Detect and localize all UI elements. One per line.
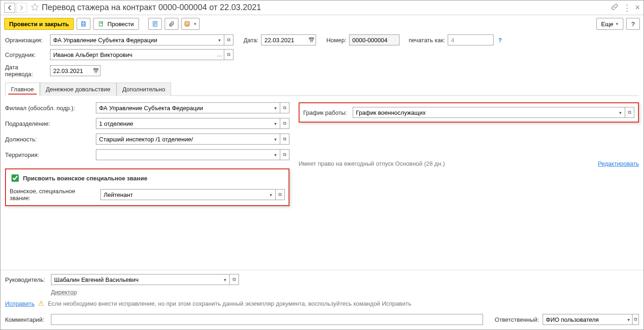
dept-label: Подразделение: [5, 120, 92, 127]
transfer-date-label: Дата перевода: [5, 64, 47, 78]
document-button[interactable] [148, 18, 162, 30]
employee-input[interactable] [50, 49, 215, 60]
date-input[interactable] [261, 34, 307, 45]
schedule-open-icon[interactable] [625, 107, 634, 118]
tab-main[interactable]: Главное [5, 83, 40, 96]
tab-bar: Главное Денежное довольствие Дополнитель… [5, 82, 639, 96]
territory-input[interactable] [96, 149, 271, 160]
rank-dropdown-icon[interactable] [266, 189, 276, 200]
branch-open-icon[interactable] [280, 102, 289, 113]
transfer-date-calendar-icon[interactable] [91, 65, 100, 76]
more-button[interactable]: Еще ▾ [596, 18, 623, 30]
print-dropdown-button[interactable]: ▾ [181, 18, 200, 30]
dept-input[interactable] [96, 118, 271, 129]
manager-dropdown-icon[interactable] [221, 274, 230, 285]
dept-open-icon[interactable] [280, 118, 289, 129]
link-icon[interactable] [611, 3, 618, 12]
number-input [349, 34, 400, 45]
favorite-star-icon[interactable] [31, 3, 39, 12]
transfer-date-input[interactable] [50, 65, 91, 76]
position-dropdown-icon[interactable] [271, 134, 280, 145]
territory-dropdown-icon[interactable] [271, 149, 280, 160]
comment-input[interactable] [51, 314, 483, 325]
date-calendar-icon[interactable] [307, 34, 316, 45]
print-as-input[interactable] [448, 34, 494, 45]
org-dropdown-icon[interactable] [215, 34, 224, 45]
schedule-label: График работы: [303, 109, 349, 116]
post-and-close-button[interactable]: Провести и закрыть [4, 18, 74, 30]
rank-open-icon[interactable] [276, 189, 285, 200]
save-button[interactable] [77, 18, 90, 30]
org-open-icon[interactable] [224, 34, 233, 45]
employee-open-icon[interactable] [224, 49, 233, 60]
assign-rank-label: Присвоить воинское специальное звание [23, 175, 147, 182]
responsible-input[interactable] [543, 314, 626, 325]
warning-icon: ⚠ [38, 299, 44, 308]
tab-allowance[interactable]: Денежное довольствие [40, 83, 117, 96]
schedule-input[interactable] [353, 107, 616, 118]
org-input[interactable] [50, 34, 215, 45]
print-as-label: печатать как: [409, 37, 445, 44]
tab-additional[interactable]: Дополнительно [117, 83, 172, 96]
responsible-open-icon[interactable] [633, 314, 639, 325]
attach-button[interactable] [165, 18, 178, 30]
branch-input[interactable] [96, 102, 271, 113]
schedule-dropdown-icon[interactable] [616, 107, 625, 118]
vacation-text: Имеет право на ежегодный отпуск Основной… [299, 160, 445, 167]
help-button[interactable]: ? [626, 18, 640, 30]
rank-label: Воинское, специальное звание: [10, 188, 97, 201]
nav-forward-button[interactable] [16, 3, 27, 13]
kebab-menu-icon[interactable]: ⋮ [623, 3, 630, 13]
print-as-help-icon[interactable]: ? [498, 37, 502, 44]
manager-open-icon[interactable] [230, 274, 239, 285]
responsible-dropdown-icon[interactable] [626, 314, 633, 325]
comment-label: Комментарий: [5, 316, 47, 323]
dept-dropdown-icon[interactable] [271, 118, 280, 129]
territory-open-icon[interactable] [280, 149, 289, 160]
territory-label: Территория: [5, 151, 92, 158]
position-input[interactable] [96, 134, 271, 145]
manager-position-link[interactable]: Директор [51, 289, 77, 296]
rank-input[interactable] [100, 189, 266, 200]
fix-note: Если необходимо внести исправление, но п… [48, 300, 411, 307]
date-label: Дата: [244, 37, 258, 44]
position-label: Должность: [5, 136, 92, 143]
employee-select-icon[interactable] [215, 49, 224, 60]
manager-label: Руководитель: [5, 276, 47, 283]
schedule-highlight: График работы: [299, 102, 639, 123]
assign-rank-checkbox[interactable] [11, 174, 19, 182]
branch-dropdown-icon[interactable] [271, 102, 280, 113]
branch-label: Филиал (обособл. подр.): [5, 105, 92, 112]
fix-link[interactable]: Исправить [5, 300, 34, 307]
assign-rank-highlight: Присвоить воинское специальное звание Во… [5, 168, 289, 206]
manager-input[interactable] [51, 274, 221, 285]
employee-label: Сотрудник: [5, 51, 47, 58]
window-title: Перевод стажера на контракт 0000-000004 … [42, 3, 611, 12]
close-icon[interactable]: × [635, 3, 640, 12]
post-button[interactable]: Провести [93, 18, 139, 30]
responsible-label: Ответственный: [495, 316, 539, 323]
nav-back-button[interactable] [4, 3, 15, 13]
org-label: Организация: [5, 37, 47, 44]
position-open-icon[interactable] [280, 134, 289, 145]
edit-vacation-link[interactable]: Редактировать [598, 160, 639, 167]
number-label: Номер: [326, 37, 346, 44]
